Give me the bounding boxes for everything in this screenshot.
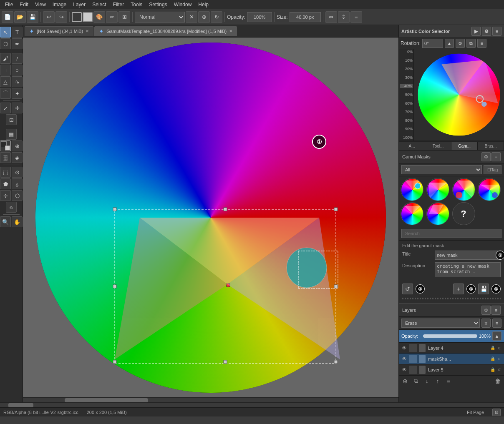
- filter-dropdown[interactable]: All: [401, 165, 482, 174]
- hscroll-thumb[interactable]: [65, 398, 148, 402]
- layer-row-3[interactable]: 👁 Layer 5 🔒 α: [399, 364, 504, 375]
- mask-thumb-3[interactable]: [452, 178, 475, 201]
- lasso-button[interactable]: ⌾: [6, 202, 17, 213]
- grid-button[interactable]: ⊞: [118, 11, 130, 23]
- layers-filter-button[interactable]: ⧖: [481, 319, 491, 328]
- tab-gamut[interactable]: ✦ GamutMaskTemplate_1538408289.kra [Modi…: [94, 26, 237, 36]
- layer-1-eye-icon[interactable]: 👁: [401, 345, 408, 351]
- pan-button[interactable]: ✋: [12, 216, 23, 227]
- layer-options-button[interactable]: ≡: [444, 376, 453, 386]
- contiguous-select-button[interactable]: ⊹: [0, 190, 11, 201]
- mask-thumb-2[interactable]: [426, 178, 449, 201]
- select-shapes-button[interactable]: ⬡: [12, 190, 23, 201]
- new-document-button[interactable]: 📄: [2, 11, 13, 23]
- rotate-button[interactable]: ↻: [211, 11, 222, 23]
- undo-button[interactable]: ↩: [43, 11, 55, 23]
- stroke-color-button[interactable]: [83, 12, 93, 22]
- fit-page-button[interactable]: ⊡: [492, 409, 501, 416]
- acs-settings-button[interactable]: ⚙: [482, 27, 491, 36]
- reset-button[interactable]: ↺: [402, 284, 413, 294]
- layer-2-eye-icon[interactable]: 👁: [401, 356, 408, 362]
- mask-thumb-5[interactable]: [401, 202, 423, 225]
- add-layer-button[interactable]: ⊕: [401, 376, 410, 386]
- mirror-x-button[interactable]: ⇔: [325, 11, 337, 23]
- smart-patch-button[interactable]: ◈: [12, 152, 23, 163]
- snap-button[interactable]: ⊕: [198, 11, 210, 23]
- mask-thumb-1[interactable]: [401, 178, 423, 201]
- tab-gam[interactable]: Gam...: [451, 142, 478, 150]
- add-button[interactable]: +: [453, 284, 464, 294]
- mask-thumb-4[interactable]: [478, 178, 501, 201]
- fill-color-button[interactable]: [72, 12, 82, 22]
- polygon-select-button[interactable]: ⬟: [0, 178, 11, 189]
- mask-thumb-7[interactable]: ?: [452, 202, 475, 225]
- search-input[interactable]: [401, 229, 501, 238]
- layers-options-button[interactable]: ≡: [492, 319, 501, 328]
- menu-view[interactable]: View: [32, 1, 49, 8]
- layers-minimize-button[interactable]: ≡: [491, 306, 501, 315]
- acs-config-button[interactable]: ⚙: [456, 39, 465, 48]
- menu-edit[interactable]: Edit: [16, 1, 32, 8]
- gamut-settings-button[interactable]: ⚙: [481, 152, 491, 161]
- move-button[interactable]: ✛: [12, 103, 23, 113]
- vscroll-thumb[interactable]: [8, 403, 33, 407]
- menu-file[interactable]: File: [2, 1, 16, 8]
- zoom-button[interactable]: 🔍: [0, 216, 11, 227]
- menu-layer[interactable]: Layer: [70, 1, 89, 8]
- more-options-button[interactable]: ≡: [350, 11, 362, 23]
- text-tool-button[interactable]: T: [12, 27, 23, 38]
- rotation-input[interactable]: [422, 39, 443, 48]
- menu-window[interactable]: Window: [171, 1, 195, 8]
- layer-row-1[interactable]: 👁 Layer 4 🔒 α: [399, 343, 504, 354]
- acs-close-button[interactable]: ≡: [492, 27, 501, 36]
- color-settings-button[interactable]: 🎨: [93, 11, 105, 23]
- layers-settings-button[interactable]: ⚙: [481, 306, 491, 315]
- ellipse-tool-button[interactable]: ○: [12, 65, 23, 75]
- rect-tool-button[interactable]: □: [0, 65, 11, 75]
- open-button[interactable]: 📂: [14, 11, 26, 23]
- sample-color-button[interactable]: ⊕: [12, 140, 23, 151]
- transform-button[interactable]: ⤢: [0, 103, 11, 113]
- opacity-slider[interactable]: [423, 334, 477, 338]
- clear-button[interactable]: ✕: [186, 11, 197, 23]
- path-button[interactable]: ⌒: [0, 88, 11, 99]
- opacity-up-button[interactable]: ▲: [492, 331, 501, 341]
- gradient-tool-button[interactable]: ▒: [0, 152, 11, 163]
- freehand-select-button[interactable]: ⍙: [12, 178, 23, 189]
- save-button[interactable]: 💾: [27, 11, 38, 23]
- calligraphy-button[interactable]: ✒: [12, 38, 23, 49]
- menu-settings[interactable]: Settings: [146, 1, 170, 8]
- tab-a[interactable]: A...: [399, 142, 425, 150]
- line-tool-button[interactable]: /: [12, 53, 23, 64]
- canvas-wrapper[interactable]: .cwheel { fill: none; }: [23, 38, 398, 397]
- shape-select-button[interactable]: ⬡: [0, 38, 11, 49]
- crop-button[interactable]: ⊡: [6, 114, 17, 125]
- title-input[interactable]: [435, 251, 501, 260]
- delete-layer-button[interactable]: 🗑: [493, 376, 502, 386]
- redo-button[interactable]: ↪: [55, 11, 67, 23]
- ellipse-select-button[interactable]: ⊙: [12, 167, 23, 178]
- multibrush-button[interactable]: ✦: [12, 88, 23, 99]
- acs-mini-wheel[interactable]: [416, 50, 502, 139]
- opacity-input[interactable]: [247, 12, 272, 22]
- acs-play-button[interactable]: ▶: [471, 27, 481, 36]
- acs-float-button[interactable]: ⧉: [466, 39, 476, 48]
- vertical-scrollbar[interactable]: [0, 402, 504, 407]
- brush-button[interactable]: ✏: [106, 11, 118, 23]
- select-tool-button[interactable]: ↖: [0, 27, 11, 38]
- layers-button[interactable]: ▦: [6, 129, 17, 140]
- size-input[interactable]: [290, 12, 321, 22]
- canvas-hscroll[interactable]: [23, 397, 398, 402]
- layers-mode-dropdown[interactable]: Erase: [401, 319, 480, 328]
- duplicate-layer-button[interactable]: ⧉: [411, 376, 421, 386]
- freehand-brush-button[interactable]: 🖌: [0, 53, 11, 64]
- layer-row-2[interactable]: 👁 maskSha... 🔒 α: [399, 354, 504, 364]
- menu-select[interactable]: Select: [89, 1, 109, 8]
- fg-color-button[interactable]: [0, 140, 11, 151]
- polygon-tool-button[interactable]: △: [0, 76, 11, 87]
- description-textarea[interactable]: creating a new mask from scratch .: [435, 262, 501, 277]
- menu-filter[interactable]: Filter: [110, 1, 128, 8]
- rotation-up-button[interactable]: ▲: [445, 39, 454, 48]
- tab-brus[interactable]: Brus...: [478, 142, 504, 150]
- mask-thumb-6[interactable]: [426, 202, 449, 225]
